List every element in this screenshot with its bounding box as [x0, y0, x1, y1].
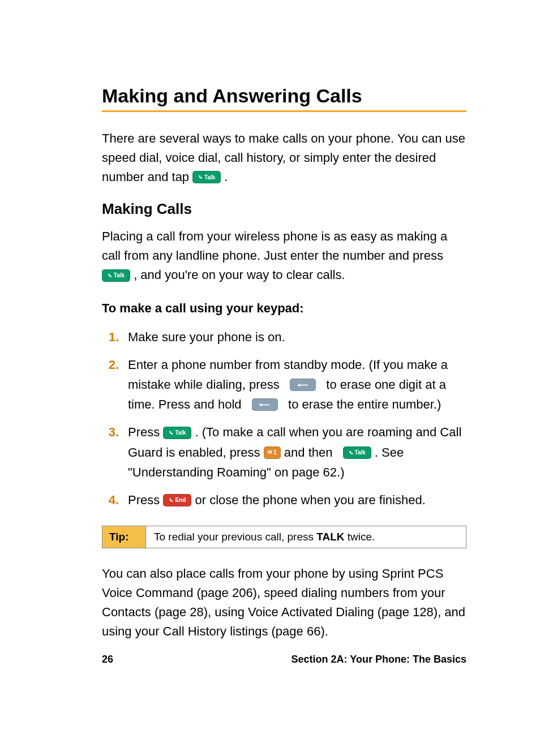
subtitle: Making Calls	[102, 200, 466, 218]
step-4: 4. Press End or close the phone when you…	[102, 490, 466, 510]
talk-key-label: Talk	[204, 173, 215, 182]
step-number: 3.	[102, 422, 128, 442]
step-body: Press Talk . (To make a call when you ar…	[128, 422, 466, 482]
tip-text-post: twice.	[345, 531, 375, 543]
step-number: 2.	[102, 355, 128, 375]
end-key-label: End	[175, 496, 186, 505]
talk-key-icon: Talk	[163, 427, 191, 439]
tip-label: Tip:	[102, 526, 146, 548]
end-key-icon: End	[163, 494, 191, 506]
step-body: Enter a phone number from standby mode. …	[128, 355, 466, 415]
step-number: 4.	[102, 490, 128, 510]
steps-list: 1. Make sure your phone is on. 2. Enter …	[102, 327, 466, 510]
step-number: 1.	[102, 327, 128, 347]
step2-text-c: to erase the entire number.)	[288, 397, 441, 411]
intro-paragraph: There are several ways to make calls on …	[102, 129, 466, 187]
talk-key-icon: Talk	[192, 171, 221, 183]
tip-text: To redial your previous call, press TALK…	[146, 526, 466, 548]
backspace-key-icon: ⟵	[290, 379, 316, 391]
page-number: 26	[102, 654, 113, 665]
one-key-icon: ✉1	[264, 446, 281, 459]
tip-callout: Tip: To redial your previous call, press…	[102, 526, 466, 548]
step-body: Press End or close the phone when you ar…	[128, 490, 466, 510]
making-calls-paragraph: Placing a call from your wireless phone …	[102, 227, 466, 285]
talk-key-icon: Talk	[343, 446, 371, 459]
talk-key-label: Talk	[175, 428, 186, 437]
closing-paragraph: You can also place calls from your phone…	[102, 564, 466, 641]
tip-text-pre: To redial your previous call, press	[154, 531, 316, 543]
howto-heading: To make a call using your keypad:	[102, 301, 466, 316]
step4-text-b: or close the phone when you are finished…	[195, 493, 425, 507]
intro-text-post: .	[224, 170, 228, 184]
page-title: Making and Answering Calls	[102, 85, 466, 107]
step3-text-a: Press	[128, 425, 163, 439]
step4-text-a: Press	[128, 493, 163, 507]
backspace-key-icon: ⟵	[252, 398, 278, 411]
title-divider	[102, 110, 466, 112]
step-3: 3. Press Talk . (To make a call when you…	[102, 422, 466, 482]
tip-text-bold: TALK	[316, 531, 344, 543]
page-footer: 26 Section 2A: Your Phone: The Basics	[0, 654, 540, 665]
step-2: 2. Enter a phone number from standby mod…	[102, 355, 466, 415]
footer-section-text: Section 2A: Your Phone: The Basics	[292, 654, 466, 665]
intro-text-pre: There are several ways to make calls on …	[102, 131, 465, 184]
para1-post: , and you're on your way to clear calls.	[134, 268, 345, 282]
one-key-label: 1	[273, 448, 277, 457]
step-body: Make sure your phone is on.	[128, 327, 466, 347]
talk-key-label: Talk	[355, 448, 366, 457]
talk-key-icon: Talk	[102, 269, 130, 282]
talk-key-label: Talk	[114, 271, 125, 280]
step3-text-c: and then	[284, 445, 336, 459]
para1-pre: Placing a call from your wireless phone …	[102, 229, 447, 263]
step-1: 1. Make sure your phone is on.	[102, 327, 466, 347]
